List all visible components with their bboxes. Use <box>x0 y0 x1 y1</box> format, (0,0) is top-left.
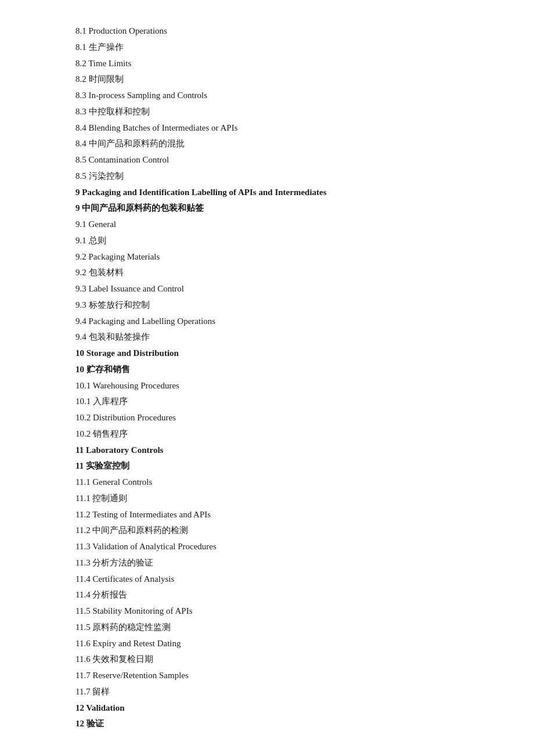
toc-item-11-2-en: 11.2 Testing of Intermediates and APIs <box>75 507 459 523</box>
toc-text-10-header-cn: 10 贮存和销售 <box>75 365 130 374</box>
toc-item-11-7-cn: 11.7 留样 <box>75 684 459 700</box>
toc-text-10-2-en: 10.2 Distribution Procedures <box>75 413 176 422</box>
toc-text-9-3-en: 9.3 Label Issuance and Control <box>75 284 184 293</box>
toc-item-10-1-en: 10.1 Warehousing Procedures <box>75 378 459 394</box>
toc-text-11-1-en: 11.1 General Controls <box>75 477 152 487</box>
toc-text-11-7-cn: 11.7 留样 <box>75 687 110 696</box>
toc-item-8-3-cn: 8.3 中控取样和控制 <box>75 104 459 120</box>
toc-text-9-header-cn: 9 中间产品和原料药的包装和贴签 <box>75 203 204 213</box>
toc-item-11-3-en: 11.3 Validation of Analytical Procedures <box>75 539 459 555</box>
toc-text-11-4-en: 11.4 Certificates of Analysis <box>75 574 174 584</box>
toc-item-9-header-en: 9 Packaging and Identification Labelling… <box>75 185 459 201</box>
toc-item-9-1-cn: 9.1 总则 <box>75 233 459 249</box>
toc-text-8-4-en: 8.4 Blending Batches of Intermediates or… <box>75 123 238 132</box>
toc-text-8-2-en: 8.2 Time Limits <box>75 59 131 68</box>
toc-item-11-1-cn: 11.1 控制通则 <box>75 491 459 507</box>
toc-item-8-2-cn: 8.2 时间限制 <box>75 71 459 88</box>
toc-text-11-7-en: 11.7 Reserve/Retention Samples <box>75 671 189 680</box>
toc-item-8-5-en: 8.5 Contamination Control <box>75 152 459 168</box>
toc-item-11-1-en: 11.1 General Controls <box>75 474 459 491</box>
toc-item-10-1-cn: 10.1 入库程序 <box>75 394 459 410</box>
toc-text-11-1-cn: 11.1 控制通则 <box>75 494 127 503</box>
toc-text-9-1-en: 9.1 General <box>75 219 116 229</box>
toc-text-12-header-cn: 12 验证 <box>75 719 104 728</box>
toc-item-12-header-en: 12 Validation <box>75 700 459 717</box>
toc-item-11-4-en: 11.4 Certificates of Analysis <box>75 571 459 588</box>
toc-item-10-header-en: 10 Storage and Distribution <box>75 345 459 362</box>
toc-text-10-1-en: 10.1 Warehousing Procedures <box>75 381 179 390</box>
toc-text-11-5-en: 11.5 Stability Monitoring of APIs <box>75 606 193 615</box>
toc-text-8-3-en: 8.3 In-process Sampling and Controls <box>75 91 207 100</box>
toc-list: 8.1 Production Operations8.1 生产操作8.2 Tim… <box>75 23 459 732</box>
toc-item-9-2-en: 9.2 Packaging Materials <box>75 249 459 265</box>
toc-item-8-2-en: 8.2 Time Limits <box>75 56 459 72</box>
toc-item-8-4-en: 8.4 Blending Batches of Intermediates or… <box>75 120 459 136</box>
toc-text-11-2-en: 11.2 Testing of Intermediates and APIs <box>75 510 211 519</box>
toc-text-8-1-en: 8.1 Production Operations <box>75 26 167 35</box>
toc-text-9-3-cn: 9.3 标签放行和控制 <box>75 300 150 309</box>
toc-item-11-header-en: 11 Laboratory Controls <box>75 442 459 459</box>
toc-text-10-header-en: 10 Storage and Distribution <box>75 348 179 358</box>
toc-item-8-4-cn: 8.4 中间产品和原料药的混批 <box>75 136 459 152</box>
toc-text-8-2-cn: 8.2 时间限制 <box>75 74 124 84</box>
toc-item-10-2-cn: 10.2 销售程序 <box>75 426 459 442</box>
toc-text-11-3-en: 11.3 Validation of Analytical Procedures <box>75 542 217 551</box>
toc-text-9-4-cn: 9.4 包装和贴签操作 <box>75 332 150 341</box>
toc-text-9-2-en: 9.2 Packaging Materials <box>75 252 160 261</box>
toc-item-11-6-cn: 11.6 失效和复检日期 <box>75 651 459 668</box>
toc-text-8-5-en: 8.5 Contamination Control <box>75 155 169 164</box>
toc-item-8-1-cn: 8.1 生产操作 <box>75 39 459 56</box>
toc-item-11-7-en: 11.7 Reserve/Retention Samples <box>75 668 459 684</box>
toc-item-11-4-cn: 11.4 分析报告 <box>75 587 459 603</box>
toc-text-11-6-en: 11.6 Expiry and Retest Dating <box>75 639 181 648</box>
toc-text-12-header-en: 12 Validation <box>75 703 125 712</box>
toc-item-11-6-en: 11.6 Expiry and Retest Dating <box>75 636 459 652</box>
toc-text-9-2-cn: 9.2 包装材料 <box>75 268 124 277</box>
toc-text-11-header-cn: 11 实验室控制 <box>75 461 129 470</box>
toc-item-9-3-cn: 9.3 标签放行和控制 <box>75 297 459 314</box>
toc-item-9-1-en: 9.1 General <box>75 217 459 233</box>
toc-text-8-4-cn: 8.4 中间产品和原料药的混批 <box>75 139 185 148</box>
toc-text-11-2-cn: 11.2 中间产品和原料药的检测 <box>75 525 188 535</box>
toc-item-9-4-cn: 9.4 包装和贴签操作 <box>75 329 459 345</box>
toc-text-10-2-cn: 10.2 销售程序 <box>75 429 128 438</box>
toc-text-11-header-en: 11 Laboratory Controls <box>75 445 163 455</box>
toc-item-9-header-cn: 9 中间产品和原料药的包装和贴签 <box>75 200 459 217</box>
toc-item-11-5-cn: 11.5 原料药的稳定性监测 <box>75 620 459 636</box>
toc-text-9-4-en: 9.4 Packaging and Labelling Operations <box>75 316 215 326</box>
toc-text-8-3-cn: 8.3 中控取样和控制 <box>75 107 150 116</box>
toc-item-8-1-en: 8.1 Production Operations <box>75 23 459 39</box>
toc-text-11-5-cn: 11.5 原料药的稳定性监测 <box>75 622 171 632</box>
toc-text-11-3-cn: 11.3 分析方法的验证 <box>75 558 153 567</box>
toc-item-11-2-cn: 11.2 中间产品和原料药的检测 <box>75 523 459 539</box>
toc-item-11-3-cn: 11.3 分析方法的验证 <box>75 555 459 571</box>
toc-item-11-header-cn: 11 实验室控制 <box>75 458 459 474</box>
toc-item-9-2-cn: 9.2 包装材料 <box>75 265 459 281</box>
toc-text-9-header-en: 9 Packaging and Identification Labelling… <box>75 188 327 197</box>
toc-text-10-1-cn: 10.1 入库程序 <box>75 397 128 406</box>
toc-item-12-header-cn: 12 验证 <box>75 716 459 732</box>
toc-item-9-3-en: 9.3 Label Issuance and Control <box>75 281 459 297</box>
toc-text-8-5-cn: 8.5 污染控制 <box>75 171 124 181</box>
toc-item-10-header-cn: 10 贮存和销售 <box>75 362 459 378</box>
toc-text-11-6-cn: 11.6 失效和复检日期 <box>75 654 153 664</box>
toc-text-11-4-cn: 11.4 分析报告 <box>75 590 127 599</box>
toc-item-9-4-en: 9.4 Packaging and Labelling Operations <box>75 314 459 330</box>
toc-item-11-5-en: 11.5 Stability Monitoring of APIs <box>75 603 459 620</box>
toc-item-10-2-en: 10.2 Distribution Procedures <box>75 410 459 426</box>
toc-item-8-3-en: 8.3 In-process Sampling and Controls <box>75 88 459 104</box>
toc-text-9-1-cn: 9.1 总则 <box>75 236 106 245</box>
toc-text-8-1-cn: 8.1 生产操作 <box>75 42 124 52</box>
toc-item-8-5-cn: 8.5 污染控制 <box>75 168 459 185</box>
